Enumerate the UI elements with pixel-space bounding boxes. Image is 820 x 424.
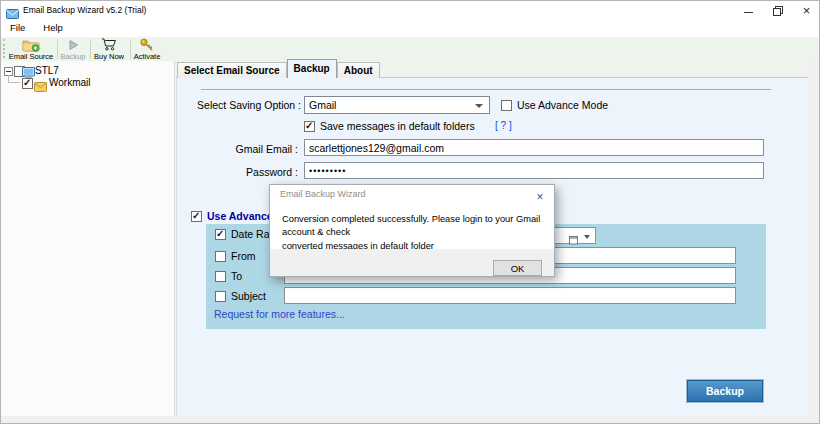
activate-label: Activate	[134, 52, 161, 61]
email-source-label: Email Source	[9, 52, 54, 61]
password-label: Password :	[181, 166, 298, 179]
backup-play-icon	[67, 38, 79, 51]
subject-label: Subject	[231, 290, 266, 303]
password-input[interactable]	[304, 162, 764, 179]
key-icon	[140, 38, 154, 51]
tab-backup[interactable]: Backup	[287, 59, 337, 78]
menu-help[interactable]: Help	[34, 19, 72, 37]
section-divider	[201, 89, 771, 90]
minimize-icon	[744, 12, 753, 13]
close-icon	[803, 1, 811, 19]
use-advance-mode-label: Use Advance Mode	[517, 99, 608, 112]
tree-child-label[interactable]: Workmail	[49, 77, 90, 89]
toolbar-separator	[130, 39, 131, 59]
save-messages-checkbox[interactable]	[304, 121, 315, 132]
toolbar-separator	[57, 39, 58, 59]
subject-input[interactable]	[284, 287, 736, 304]
activate-button[interactable]: Activate	[132, 38, 162, 61]
buy-now-label: Buy Now	[94, 52, 124, 61]
use-advance-mode-checkbox[interactable]	[501, 100, 512, 111]
save-messages-label: Save messages in default folders	[320, 120, 475, 133]
toolbar-gripper	[3, 39, 5, 58]
saving-option-dropdown[interactable]: Gmail	[304, 96, 490, 114]
tab-about[interactable]: About	[337, 62, 380, 78]
folder-tree-panel	[1, 61, 175, 416]
gmail-email-label: Gmail Email :	[181, 143, 298, 156]
buy-now-button[interactable]: Buy Now	[92, 38, 126, 61]
help-link[interactable]: [ ? ]	[495, 120, 512, 131]
dialog-ok-button[interactable]: OK	[493, 260, 542, 276]
toolbar-separator	[90, 39, 91, 59]
tree-connector-line	[8, 75, 20, 83]
email-source-folder-icon	[22, 38, 40, 51]
restore-icon	[773, 6, 782, 15]
tree-child-checkbox[interactable]	[22, 78, 33, 89]
app-window: Email Backup Wizard v5.2 (Trial) File He…	[0, 0, 820, 424]
shopping-cart-icon	[101, 38, 117, 51]
from-label: From	[231, 250, 256, 263]
restore-button[interactable]	[763, 1, 792, 19]
backup-toolbar-label: Backup	[60, 52, 85, 61]
minimize-button[interactable]	[734, 1, 763, 19]
message-dialog: Email Backup Wizard Conversion completed…	[269, 184, 555, 277]
from-checkbox[interactable]	[215, 251, 226, 262]
window-title: Email Backup Wizard v5.2 (Trial)	[23, 1, 146, 19]
dialog-title: Email Backup Wizard	[280, 189, 366, 199]
tab-select-email-source[interactable]: Select Email Source	[177, 62, 287, 78]
mail-folder-icon	[34, 78, 47, 96]
tab-strip: Select Email Source Backup About	[177, 58, 380, 78]
subject-checkbox[interactable]	[215, 291, 226, 302]
backup-button[interactable]: Backup	[687, 380, 763, 402]
dialog-message: Conversion completed successfully. Pleas…	[282, 213, 554, 253]
menu-file[interactable]: File	[1, 19, 34, 37]
backup-toolbar-button[interactable]: Backup	[59, 38, 87, 61]
tree-root-label[interactable]: STL7	[35, 65, 59, 77]
email-source-button[interactable]: Email Source	[6, 38, 56, 61]
saving-option-value: Gmail	[305, 97, 489, 113]
date-range-checkbox[interactable]	[215, 229, 226, 240]
use-advance-checkbox[interactable]	[191, 211, 202, 222]
title-bar: Email Backup Wizard v5.2 (Trial)	[1, 1, 820, 19]
request-features-link[interactable]: Request for more features...	[214, 308, 345, 320]
use-advance-label: Use Advance	[207, 210, 273, 223]
dialog-close-button[interactable]	[532, 187, 548, 201]
saving-option-label: Select Saving Option :	[181, 99, 301, 112]
to-label: To	[231, 270, 242, 283]
menu-bar: File Help	[1, 19, 820, 37]
to-checkbox[interactable]	[215, 271, 226, 282]
close-button[interactable]	[792, 1, 820, 19]
gmail-email-input[interactable]	[304, 139, 764, 156]
